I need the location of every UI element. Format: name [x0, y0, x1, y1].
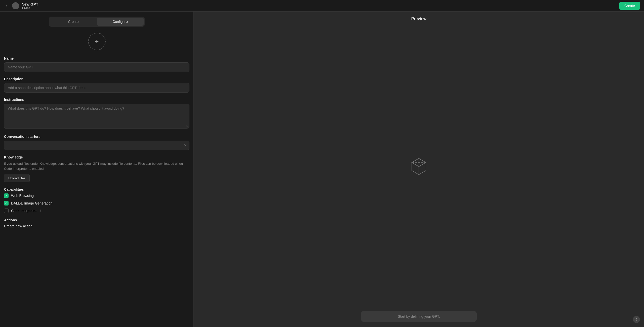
gpt-avatar: [12, 2, 19, 9]
capabilities-group: Capabilities ✓ Web Browsing ✓ DALL·E Ima…: [4, 187, 189, 213]
instructions-textarea-wrapper: ⤡: [4, 104, 189, 130]
preview-input-area: Start by defining your GPT.: [361, 311, 477, 322]
conversation-starters-group: Conversation starters ✕: [4, 135, 189, 150]
instructions-textarea[interactable]: [4, 104, 189, 129]
starters-clear-button[interactable]: ✕: [184, 143, 187, 147]
capability-web-browsing: ✓ Web Browsing: [4, 193, 189, 198]
web-browsing-checkbox[interactable]: ✓: [4, 193, 9, 198]
gpt-title-area: New GPT Draft: [22, 2, 38, 9]
starters-input-wrapper: ✕: [4, 141, 189, 150]
header: ‹ New GPT Draft Create: [0, 0, 644, 12]
gpt-title: New GPT: [22, 2, 38, 6]
actions-label: Actions: [4, 218, 189, 222]
name-input[interactable]: [4, 62, 189, 72]
instructions-label: Instructions: [4, 98, 189, 102]
capability-dalle: ✓ DALL·E Image Generation: [4, 201, 189, 206]
preview-title: Preview: [411, 12, 426, 26]
description-input[interactable]: [4, 83, 189, 93]
instructions-field-group: Instructions ⤡: [4, 98, 189, 130]
preview-center: [409, 26, 429, 306]
right-panel: Preview Start by defining your GPT. ?: [194, 12, 644, 327]
main-layout: Create Configure + Name Description Inst…: [0, 12, 644, 327]
dalle-checkbox[interactable]: ✓: [4, 201, 9, 206]
capability-code-interpreter: Code Interpreter ℹ: [4, 209, 189, 213]
upload-files-button[interactable]: Upload files: [4, 174, 30, 182]
capabilities-label: Capabilities: [4, 187, 189, 191]
code-interpreter-info-icon[interactable]: ℹ: [40, 209, 42, 213]
code-interpreter-checkbox[interactable]: [4, 209, 9, 213]
conversation-starters-label: Conversation starters: [4, 135, 189, 139]
create-button[interactable]: Create: [619, 2, 640, 10]
description-label: Description: [4, 77, 189, 81]
knowledge-label: Knowledge: [4, 155, 189, 159]
tab-configure[interactable]: Configure: [97, 18, 144, 26]
tab-create[interactable]: Create: [50, 18, 97, 26]
knowledge-group: Knowledge If you upload files under Know…: [4, 155, 189, 182]
upload-photo-button[interactable]: +: [88, 33, 106, 50]
knowledge-description: If you upload files under Knowledge, con…: [4, 161, 189, 171]
web-browsing-label: Web Browsing: [11, 194, 34, 198]
plus-icon: +: [95, 37, 99, 46]
starters-input[interactable]: [4, 141, 189, 150]
gpt-status: Draft: [22, 6, 38, 9]
description-field-group: Description: [4, 77, 189, 93]
help-button[interactable]: ?: [633, 316, 640, 323]
create-new-action-link[interactable]: Create new action: [4, 224, 32, 228]
preview-bottom: Start by defining your GPT.: [194, 306, 644, 327]
preview-cube-icon: [409, 156, 429, 176]
name-label: Name: [4, 56, 189, 60]
code-interpreter-label: Code Interpreter: [11, 209, 37, 213]
header-left: ‹ New GPT Draft: [4, 2, 38, 9]
tab-switcher: Create Configure: [49, 17, 145, 27]
upload-area: +: [4, 33, 189, 50]
status-dot-icon: [22, 7, 23, 9]
dalle-label: DALL·E Image Generation: [11, 201, 52, 205]
preview-start-text: Start by defining your GPT.: [398, 314, 440, 318]
actions-section: Actions Create new action: [4, 218, 189, 228]
back-button[interactable]: ‹: [4, 2, 10, 9]
name-field-group: Name: [4, 56, 189, 72]
resize-icon: ⤡: [185, 125, 188, 128]
left-panel: Create Configure + Name Description Inst…: [0, 12, 194, 327]
